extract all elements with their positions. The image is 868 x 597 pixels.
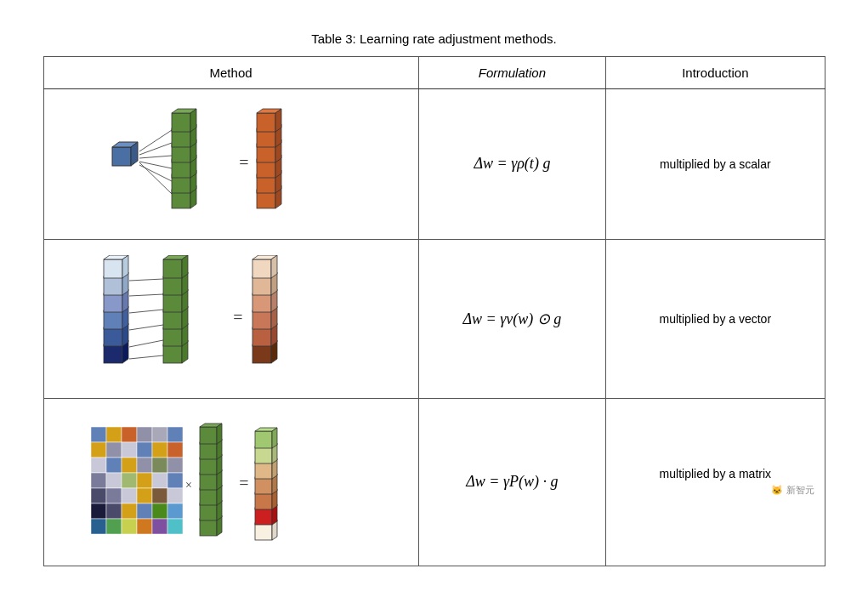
svg-rect-118 bbox=[106, 458, 122, 473]
svg-rect-119 bbox=[122, 458, 137, 473]
svg-rect-124 bbox=[106, 473, 122, 488]
svg-line-5 bbox=[139, 156, 172, 158]
svg-rect-127 bbox=[152, 473, 167, 488]
formula-cell-3: Δw = γP(w) · g bbox=[418, 398, 606, 566]
page-container: Table 3: Learning rate adjustment method… bbox=[26, 14, 842, 583]
svg-rect-113 bbox=[122, 442, 137, 458]
diagram-vector-svg: = bbox=[95, 255, 367, 383]
diagram-scalar: = bbox=[54, 96, 408, 232]
header-method: Method bbox=[43, 56, 418, 88]
svg-marker-86 bbox=[182, 255, 188, 278]
svg-rect-54 bbox=[104, 293, 122, 312]
svg-rect-146 bbox=[167, 519, 183, 534]
svg-rect-78 bbox=[163, 293, 182, 312]
svg-rect-110 bbox=[167, 427, 183, 442]
svg-rect-130 bbox=[106, 488, 122, 503]
diagram-scalar-svg: = bbox=[104, 105, 359, 224]
svg-rect-180 bbox=[255, 462, 272, 479]
intro-cell-1: multiplied by a scalar bbox=[606, 88, 825, 239]
svg-rect-102 bbox=[252, 259, 271, 278]
svg-rect-99 bbox=[252, 276, 271, 295]
intro-cell-3: multiplied by a matrix 🐱 新智元 bbox=[606, 398, 825, 566]
svg-rect-24 bbox=[172, 113, 190, 132]
method-cell-2: = bbox=[43, 239, 418, 398]
svg-rect-108 bbox=[137, 427, 152, 442]
svg-rect-72 bbox=[163, 327, 182, 346]
svg-rect-171 bbox=[255, 508, 272, 525]
svg-rect-116 bbox=[167, 442, 183, 458]
table-row: = bbox=[43, 239, 825, 398]
svg-rect-57 bbox=[104, 276, 122, 295]
svg-rect-122 bbox=[167, 458, 183, 473]
svg-rect-45 bbox=[104, 344, 122, 363]
svg-rect-125 bbox=[122, 473, 137, 488]
svg-rect-174 bbox=[255, 492, 272, 509]
svg-marker-188 bbox=[272, 428, 277, 448]
formula-cell-1: Δw = γρ(t) g bbox=[418, 88, 606, 239]
svg-rect-51 bbox=[104, 310, 122, 329]
svg-rect-60 bbox=[104, 259, 122, 278]
svg-rect-69 bbox=[163, 344, 182, 363]
times-symbol: × bbox=[185, 479, 192, 492]
svg-rect-165 bbox=[200, 427, 217, 444]
svg-line-67 bbox=[129, 340, 163, 347]
svg-line-68 bbox=[129, 355, 163, 359]
svg-rect-42 bbox=[257, 113, 275, 132]
svg-rect-114 bbox=[137, 442, 152, 458]
table-row: = bbox=[43, 88, 825, 239]
svg-rect-156 bbox=[200, 473, 217, 490]
equals-3: = bbox=[239, 474, 248, 492]
svg-rect-177 bbox=[255, 477, 272, 494]
svg-rect-106 bbox=[106, 427, 122, 442]
formula-3: Δw = γP(w) · g bbox=[466, 473, 558, 490]
svg-rect-96 bbox=[252, 293, 271, 312]
svg-rect-75 bbox=[163, 310, 182, 329]
svg-rect-123 bbox=[91, 473, 106, 488]
svg-rect-168 bbox=[255, 523, 272, 540]
diagram-matrix: × bbox=[54, 406, 408, 559]
formula-2: Δw = γv(w) ⊙ g bbox=[462, 310, 561, 327]
svg-rect-137 bbox=[122, 503, 137, 519]
svg-rect-134 bbox=[167, 488, 183, 503]
svg-rect-153 bbox=[200, 488, 217, 505]
svg-rect-141 bbox=[91, 519, 106, 534]
svg-rect-0 bbox=[112, 147, 131, 166]
svg-rect-144 bbox=[137, 519, 152, 534]
svg-rect-81 bbox=[163, 276, 182, 295]
header-introduction: Introduction bbox=[606, 56, 825, 88]
svg-rect-162 bbox=[200, 442, 217, 459]
intro-text-3: multiplied by a matrix bbox=[660, 467, 772, 480]
svg-rect-90 bbox=[252, 327, 271, 346]
svg-rect-109 bbox=[152, 427, 167, 442]
formula-1: Δw = γρ(t) g bbox=[474, 155, 550, 172]
svg-rect-150 bbox=[200, 503, 217, 520]
svg-rect-140 bbox=[167, 503, 183, 519]
svg-rect-107 bbox=[122, 427, 137, 442]
header-row: Method Formulation Introduction bbox=[43, 56, 825, 88]
svg-rect-143 bbox=[122, 519, 137, 534]
svg-rect-186 bbox=[255, 431, 272, 448]
svg-rect-142 bbox=[106, 519, 122, 534]
svg-rect-111 bbox=[91, 442, 106, 458]
svg-marker-44 bbox=[275, 109, 281, 132]
svg-rect-135 bbox=[91, 503, 106, 519]
intro-cell-2: multiplied by a vector bbox=[606, 239, 825, 398]
svg-line-64 bbox=[129, 294, 163, 296]
svg-rect-126 bbox=[137, 473, 152, 488]
svg-marker-167 bbox=[217, 424, 222, 444]
svg-rect-48 bbox=[104, 327, 122, 346]
method-cell-1: = bbox=[43, 88, 418, 239]
watermark: 🐱 新智元 bbox=[616, 480, 814, 497]
equals-2: = bbox=[233, 308, 242, 327]
watermark-symbol: 🐱 bbox=[771, 485, 786, 495]
svg-rect-105 bbox=[91, 427, 106, 442]
header-formulation: Formulation bbox=[418, 56, 606, 88]
svg-rect-132 bbox=[137, 488, 152, 503]
svg-rect-93 bbox=[252, 310, 271, 329]
svg-rect-117 bbox=[91, 458, 106, 473]
svg-rect-129 bbox=[91, 488, 106, 503]
svg-rect-112 bbox=[106, 442, 122, 458]
watermark-text: 新智元 bbox=[786, 485, 814, 495]
svg-rect-145 bbox=[152, 519, 167, 534]
table-row: × bbox=[43, 398, 825, 566]
